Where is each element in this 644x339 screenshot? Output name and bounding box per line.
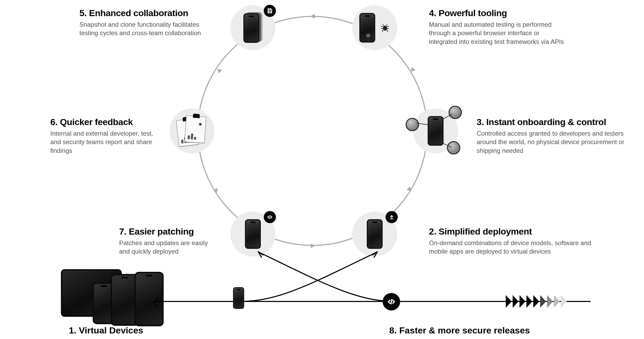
magnifier-icon bbox=[364, 31, 374, 42]
svg-point-0 bbox=[383, 26, 387, 31]
step-8-title: 8. Faster & more secure releases bbox=[389, 325, 530, 336]
step-3-title: 3. Instant onboarding & control bbox=[477, 117, 625, 127]
step-4: 4. Powerful tooling Manual and automated… bbox=[429, 8, 567, 46]
avatar-icon bbox=[406, 118, 419, 131]
phone-icon bbox=[245, 219, 261, 249]
code-badge-icon bbox=[264, 211, 276, 223]
avatar-icon bbox=[447, 141, 460, 154]
node-instant-onboarding bbox=[413, 108, 458, 153]
step-6: 6. Quicker feedback Internal and externa… bbox=[50, 117, 162, 155]
step-4-title: 4. Powerful tooling bbox=[429, 8, 567, 18]
save-badge-icon bbox=[264, 5, 276, 17]
flow-chevrons-icon bbox=[506, 295, 567, 308]
step-5-title: 5. Enhanced collaboration bbox=[79, 8, 217, 18]
reports-icon bbox=[177, 115, 207, 147]
svg-point-3 bbox=[199, 123, 202, 126]
svg-line-2 bbox=[370, 38, 373, 40]
step-5-desc: Snapshot and clone functionality facilit… bbox=[79, 20, 217, 38]
ring-arrow-icon bbox=[311, 14, 315, 19]
step-6-desc: Internal and external developer, test, a… bbox=[50, 129, 162, 155]
ring-arrow-icon bbox=[311, 244, 315, 248]
step-7-title: 7. Easier patching bbox=[119, 226, 217, 237]
step-3: 3. Instant onboarding & control Controll… bbox=[477, 117, 625, 155]
phone-icon bbox=[428, 116, 444, 146]
avatar-icon bbox=[449, 106, 462, 119]
virtual-devices-cluster bbox=[61, 269, 162, 327]
step-6-title: 6. Quicker feedback bbox=[50, 117, 162, 127]
step-5: 5. Enhanced collaboration Snapshot and c… bbox=[79, 8, 217, 38]
step-7-desc: Patches and updates are easily and quick… bbox=[119, 239, 217, 256]
step-2-title: 2. Simplified deployment bbox=[429, 226, 598, 237]
step-7: 7. Easier patching Patches and updates a… bbox=[119, 226, 217, 256]
swoop-to-node-7 bbox=[249, 249, 397, 304]
phone-icon bbox=[367, 219, 383, 249]
phone-clone-icon bbox=[243, 13, 262, 42]
diagram-stage: 5. Enhanced collaboration Snapshot and c… bbox=[0, 0, 644, 339]
step-3-desc: Controlled access granted to developers … bbox=[477, 129, 625, 155]
node-powerful-tooling bbox=[352, 5, 397, 50]
flow-code-icon bbox=[383, 293, 400, 310]
bug-icon bbox=[380, 23, 390, 33]
step-2-desc: On-demand combinations of device models,… bbox=[429, 239, 598, 256]
node-quicker-feedback bbox=[169, 108, 214, 153]
node-enhanced-collaboration bbox=[230, 5, 275, 50]
step-2: 2. Simplified deployment On-demand combi… bbox=[429, 226, 598, 256]
upload-badge-icon bbox=[386, 211, 398, 223]
svg-point-1 bbox=[366, 33, 371, 38]
step-4-desc: Manual and automated testing is performe… bbox=[429, 20, 567, 46]
